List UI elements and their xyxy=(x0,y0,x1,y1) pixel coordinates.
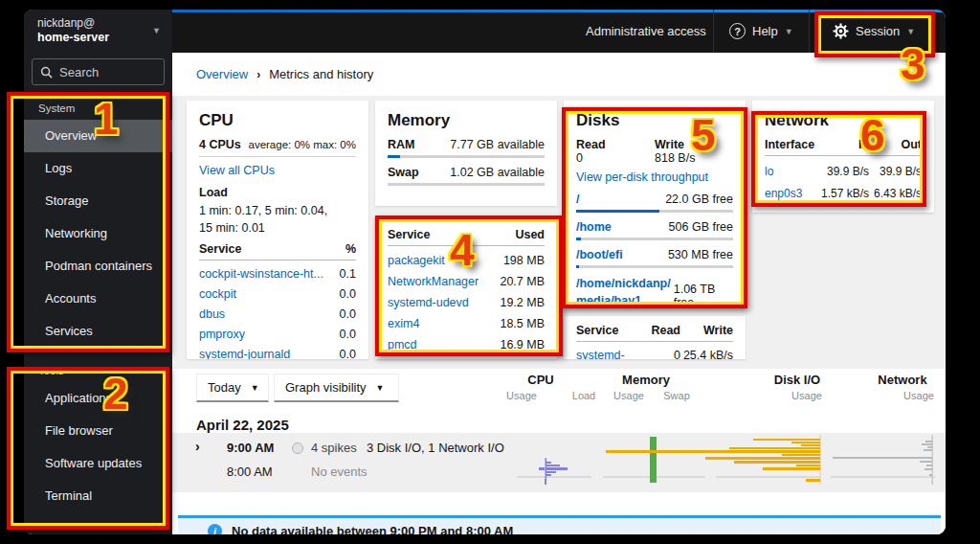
view-all-cpus-link[interactable]: View all CPUs xyxy=(199,164,275,177)
cpu-service-link[interactable]: systemd-journald xyxy=(199,348,290,359)
table-row: lo 39.9 B/s 39.9 B/s xyxy=(765,165,922,178)
disk-table-col-write: Write xyxy=(680,324,733,337)
graph-visibility-label: Graph visibility xyxy=(285,380,367,395)
sidebar-item-software-updates[interactable]: Software updates xyxy=(24,447,172,480)
cpu-service-link[interactable]: cockpit xyxy=(199,287,236,301)
sidebar-item-services[interactable]: Services xyxy=(24,315,172,348)
sidebar-item-accounts[interactable]: Accounts xyxy=(24,283,172,315)
sidebar-item-file-browser[interactable]: File browser xyxy=(24,415,172,447)
cpu-average: average: 0% max: 0% xyxy=(248,139,356,150)
cpu-table-col-pct: % xyxy=(345,242,356,256)
mem-service-used: 198 MB xyxy=(503,254,545,267)
sidebar-item-networking[interactable]: Networking xyxy=(24,217,172,250)
mem-service-link[interactable]: systemd-udevd xyxy=(388,296,469,309)
ram-label: RAM xyxy=(388,138,414,151)
sidebar-search[interactable] xyxy=(32,58,165,85)
per-disk-throughput-link[interactable]: View per-disk throughput xyxy=(576,170,708,184)
sidebar-item-applications[interactable]: Applications xyxy=(24,382,172,415)
ram-available: 7.77 GB available xyxy=(450,138,545,151)
sidebar-item-logs[interactable]: Logs xyxy=(24,152,172,185)
table-row: dbus 0.0 xyxy=(199,307,356,321)
interface-link[interactable]: enp0s3 xyxy=(765,187,819,200)
mem-table-col-service: Service xyxy=(388,228,430,241)
graph-col-disk-io: Disk I/O xyxy=(774,373,820,387)
graph-col-network: Network xyxy=(878,373,926,387)
date-heading: April 22, 2025 xyxy=(196,417,289,433)
sidebar-item-podman-containers[interactable]: Podman containers xyxy=(24,250,172,283)
session-menu-button[interactable]: Session ▼ xyxy=(833,10,915,53)
filesystem-free: 22.0 GB free xyxy=(665,193,733,206)
graph-visibility-dropdown[interactable]: Graph visibility ▼ xyxy=(274,374,399,402)
filesystem-free: 530 MB free xyxy=(668,248,733,261)
masthead-accent-stripe xyxy=(172,10,946,12)
cpu-service-link[interactable]: cockpit-wsinstance-ht... xyxy=(199,267,323,281)
filesystem-link[interactable]: / xyxy=(576,193,579,206)
interface-out: 39.9 B/s xyxy=(869,165,922,178)
table-row: exim4 18.5 MB xyxy=(388,317,545,330)
date-range-label: Today xyxy=(208,380,241,395)
sidebar-item-storage[interactable]: Storage xyxy=(24,185,172,217)
table-row: NetworkManager 20.7 MB xyxy=(388,275,545,288)
username-label: nickdanp@ xyxy=(37,16,95,30)
graph-col-memory-swap: Swap xyxy=(663,390,690,401)
graph-col-disk-usage: Usage xyxy=(791,390,822,401)
breadcrumb-overview-link[interactable]: Overview xyxy=(196,67,248,81)
net-col-interface: Interface xyxy=(765,138,819,151)
mem-table-col-used: Used xyxy=(515,228,545,241)
mem-service-link[interactable]: packagekit xyxy=(388,254,445,267)
cockpit-window: nickdanp@ home-server ▼ Administrative a… xyxy=(24,10,946,534)
network-card-title: Network xyxy=(765,111,922,130)
disk-service-read: 0 xyxy=(640,349,680,359)
filesystem-link[interactable]: /home xyxy=(576,220,612,234)
mem-service-link[interactable]: exim4 xyxy=(388,317,419,330)
masthead-divider xyxy=(809,10,810,53)
graph-col-cpu: CPU xyxy=(527,373,553,387)
disk-table-col-service: Service xyxy=(576,324,640,337)
cpu-service-pct: 0.0 xyxy=(340,287,356,301)
date-range-dropdown[interactable]: Today ▼ xyxy=(196,374,269,402)
table-row: pmcd 16.9 MB xyxy=(388,338,545,351)
cpu-service-link[interactable]: dbus xyxy=(199,307,225,321)
host-switcher[interactable]: nickdanp@ home-server ▼ xyxy=(24,10,172,53)
expand-row-chevron-icon[interactable]: › xyxy=(195,439,200,454)
interface-in: 1.57 kB/s xyxy=(819,187,869,200)
event-time: 9:00 AM xyxy=(227,441,274,455)
sidebar-item-overview[interactable]: Overview xyxy=(24,120,172,152)
mem-service-used: 20.7 MB xyxy=(500,275,545,288)
mem-service-used: 18.5 MB xyxy=(500,317,545,330)
page-title: Metrics and history xyxy=(269,67,373,81)
breadcrumb: Overview › Metrics and history xyxy=(196,67,373,81)
mem-service-used: 19.2 MB xyxy=(500,296,545,309)
table-row: packagekit 198 MB xyxy=(388,254,545,267)
help-menu-button[interactable]: ? Help ▼ xyxy=(729,10,793,53)
mem-service-link[interactable]: NetworkManager xyxy=(388,275,479,288)
disk-service-link[interactable]: systemd-jo... xyxy=(576,349,640,359)
interface-link[interactable]: lo xyxy=(765,165,819,178)
disks-read-label: Read xyxy=(576,138,606,151)
event-time: 8:00 AM xyxy=(227,465,273,479)
cpu-card-title: CPU xyxy=(199,111,356,130)
filesystem-usage-bar xyxy=(576,210,733,213)
sidebar-item-terminal[interactable]: Terminal xyxy=(24,480,172,512)
disks-read-value: 0 xyxy=(576,151,583,165)
spikes-badge-icon xyxy=(292,442,303,454)
mem-service-link[interactable]: pmcd xyxy=(388,338,417,351)
filesystem-link[interactable]: /home/nickdanp/media/bay1 xyxy=(576,276,674,308)
cpu-count: 4 CPUs xyxy=(199,138,241,151)
disks-write-label: Write xyxy=(655,138,684,151)
filesystem-link[interactable]: /boot/efi xyxy=(576,248,623,261)
graph-col-cpu-usage: Usage xyxy=(506,390,537,401)
memory-card: Memory RAM 7.77 GB available Swap 1.02 G… xyxy=(375,101,557,206)
administrative-access-button[interactable]: Administrative access xyxy=(586,10,706,53)
table-row: cockpit 0.0 xyxy=(199,287,356,301)
disk-services-card: Service Read Write systemd-jo... 0 25.4 … xyxy=(564,316,746,359)
filesystem-free: 1.06 TB free xyxy=(674,283,733,308)
mem-service-used: 16.9 MB xyxy=(500,338,545,351)
chevron-down-icon: ▼ xyxy=(376,383,385,393)
search-input[interactable] xyxy=(59,65,150,79)
disk-table-col-read: Read xyxy=(640,324,680,337)
cpu-service-link[interactable]: pmproxy xyxy=(199,328,245,341)
table-row: pmproxy 0.0 xyxy=(199,328,356,341)
cpu-card: CPU 4 CPUs average: 0% max: 0% View all … xyxy=(187,101,368,359)
nav-section-system: System xyxy=(24,93,172,120)
